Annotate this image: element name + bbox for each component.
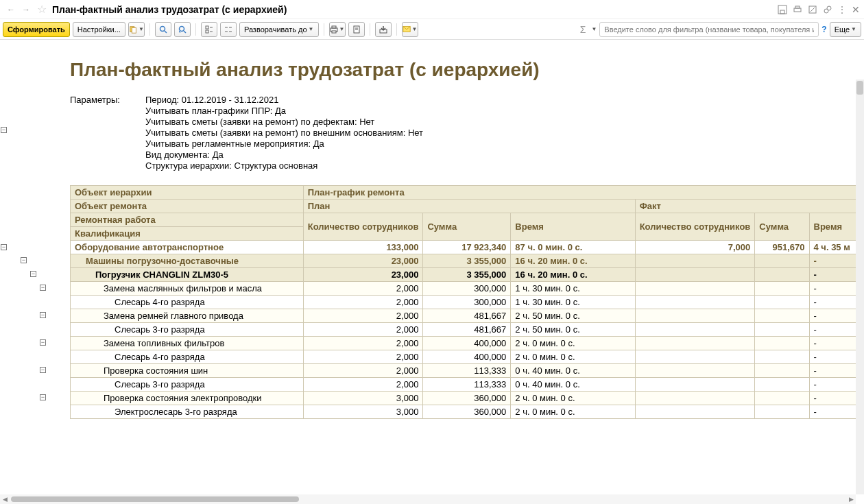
svg-rect-0	[778, 5, 787, 14]
collapse-all-button[interactable]	[220, 22, 237, 37]
svg-rect-22	[332, 26, 336, 28]
page-title: План-фактный анализ трудозатрат (с иерар…	[52, 4, 778, 15]
svg-rect-8	[132, 27, 136, 33]
expand-all-button[interactable]	[201, 22, 217, 37]
nav-forward-button[interactable]: →	[19, 3, 33, 16]
close-icon[interactable]: ✕	[852, 4, 860, 15]
col-fact: Факт	[635, 200, 863, 213]
table-row[interactable]: Оборудование автотранспортное133,00017 9…	[71, 241, 864, 254]
settings-button[interactable]: Настройки...	[73, 22, 125, 37]
table-row[interactable]: Погрузчик CHANGLIN ZLM30-523,0003 355,00…	[71, 268, 864, 282]
filter-input[interactable]	[599, 22, 819, 37]
email-button[interactable]: ▼	[402, 22, 418, 37]
find-button[interactable]	[155, 22, 171, 37]
nav-back-button[interactable]: ←	[4, 3, 18, 16]
help-icon[interactable]: ?	[821, 25, 826, 34]
table-row[interactable]: Замена маслянных фильтров и масла2,00030…	[71, 282, 864, 296]
col-plan-sum: Сумма	[423, 213, 511, 241]
table-row[interactable]: Машины погрузочно-доставочные23,0003 355…	[71, 254, 864, 268]
param-line: Учитывать план-графики ППР: Да	[145, 106, 423, 116]
find-next-button[interactable]	[174, 22, 191, 37]
outline-gutter: − −	[0, 40, 8, 504]
table-row[interactable]: Слесарь 4-го разряда2,000400,0002 ч. 0 м…	[71, 350, 864, 364]
table-row[interactable]: Электрослесарь 3-го разряда3,000360,0002…	[71, 405, 864, 419]
svg-rect-2	[794, 8, 801, 12]
scroll-left-icon[interactable]: ◀	[0, 494, 10, 504]
outline-toggle[interactable]: −	[1, 244, 7, 250]
svg-line-12	[184, 31, 186, 33]
report-title: План-фактный анализ трудозатрат (с иерар…	[70, 59, 864, 81]
param-line: Учитывать сметы (заявки на ремонт) по де…	[145, 117, 423, 127]
table-row[interactable]: Проверка состояния шин2,000113,3330 ч. 4…	[71, 364, 864, 378]
params-lines: Период: 01.12.2019 - 31.12.2021Учитывать…	[145, 95, 423, 171]
table-row[interactable]: Слесарь 3-го разряда2,000113,3330 ч. 40 …	[71, 378, 864, 392]
outline-toggle[interactable]: −	[40, 367, 46, 373]
param-line: Учитывать регламентные мероприятия: Да	[145, 139, 423, 149]
svg-point-9	[160, 26, 165, 31]
report-table: Объект иерархии План-график ремонта Объе…	[70, 185, 864, 419]
sigma-icon[interactable]: Σ	[580, 24, 586, 35]
outline-toggle[interactable]: −	[21, 257, 27, 263]
more-button[interactable]: Еще▼	[830, 22, 861, 37]
param-line: Учитывать сметы (заявки на ремонт) по вн…	[145, 128, 423, 138]
vertical-scrollbar[interactable]	[856, 80, 864, 494]
col-plan-graph: План-график ремонта	[303, 186, 863, 200]
favorite-star-icon[interactable]: ☆	[37, 3, 47, 16]
col-qual: Квалификация	[71, 227, 304, 241]
svg-rect-3	[795, 6, 800, 8]
table-row[interactable]: Проверка состояния электропроводки3,0003…	[71, 392, 864, 405]
save-as-button[interactable]	[375, 22, 392, 37]
params-label: Параметры:	[70, 95, 145, 171]
col-obj-hier: Объект иерархии	[71, 186, 304, 200]
svg-rect-1	[780, 10, 784, 14]
outline-toggle[interactable]: −	[40, 312, 46, 318]
outline-toggle[interactable]: −	[30, 271, 36, 277]
table-row[interactable]: Слесарь 3-го разряда2,000481,6672 ч. 50 …	[71, 323, 864, 337]
outline-toggle[interactable]: −	[40, 394, 46, 400]
table-row[interactable]: Слесарь 4-го разряда2,000300,0001 ч. 30 …	[71, 296, 864, 309]
table-row[interactable]: Замена топливных фильтров2,000400,0002 ч…	[71, 337, 864, 350]
outline-toggle[interactable]: −	[40, 339, 46, 346]
param-line: Период: 01.12.2019 - 31.12.2021	[145, 95, 423, 105]
col-fact-qty: Количество сотрудников	[635, 213, 755, 241]
svg-rect-23	[332, 31, 336, 33]
col-obj-rem: Объект ремонта	[71, 200, 304, 213]
compose-icon[interactable]	[808, 5, 817, 14]
horizontal-scrollbar[interactable]: ◀ ▶	[0, 494, 856, 504]
variants-button[interactable]: ▼	[128, 22, 145, 37]
svg-line-10	[165, 31, 167, 33]
form-button[interactable]: Сформировать	[3, 22, 70, 37]
param-line: Структура иерархии: Структура основная	[145, 160, 423, 171]
col-plan: План	[303, 200, 635, 213]
table-row[interactable]: Замена ремней главного привода2,000481,6…	[71, 309, 864, 323]
col-plan-qty: Количество сотрудников	[303, 213, 423, 241]
param-line: Вид документа: Да	[145, 149, 423, 160]
svg-point-6	[827, 6, 831, 10]
save-icon[interactable]	[778, 5, 787, 14]
sigma-dropdown-icon[interactable]: ▼	[591, 26, 597, 32]
sheet-button[interactable]	[348, 22, 365, 37]
more-vert-icon[interactable]: ⋮	[838, 5, 846, 14]
scroll-right-icon[interactable]: ▶	[846, 494, 856, 504]
print-icon[interactable]	[793, 5, 802, 14]
svg-rect-13	[206, 26, 208, 29]
expand-to-button[interactable]: Разворачивать до▼	[239, 22, 319, 37]
col-fact-sum: Сумма	[755, 213, 809, 241]
outline-toggle[interactable]: −	[40, 285, 46, 291]
link-icon[interactable]	[823, 5, 832, 14]
print-button[interactable]: ▼	[329, 22, 346, 37]
col-rem-work: Ремонтная работа	[71, 213, 304, 227]
outline-toggle[interactable]: −	[1, 127, 7, 133]
col-plan-time: Время	[511, 213, 635, 241]
svg-rect-15	[206, 30, 208, 33]
